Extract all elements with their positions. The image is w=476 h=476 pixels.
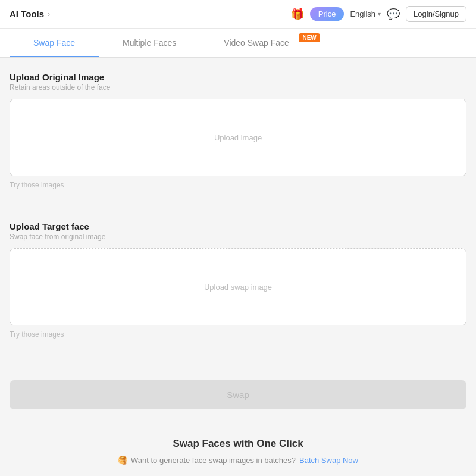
footer-subtitle: 🥞 Want to generate face swap images in b… [10, 456, 466, 465]
decorative-spacer-2 [10, 353, 466, 371]
tab-swap-face[interactable]: Swap Face [10, 29, 99, 57]
upload-original-title: Upload Original Image [10, 72, 466, 82]
upload-original-section: Upload Original Image Retain areas outsi… [10, 72, 466, 189]
swap-button[interactable]: Swap [10, 380, 466, 409]
new-badge: NEW [299, 33, 320, 42]
try-original-images[interactable]: Try those images [10, 181, 466, 189]
header: AI Tools › 🎁 Price English ▾ 💬 Login/Sig… [0, 0, 476, 29]
tab-multiple-faces-label: Multiple Faces [123, 38, 176, 48]
language-selector[interactable]: English ▾ [350, 10, 381, 18]
main-content: Upload Original Image Retain areas outsi… [0, 58, 476, 476]
upload-original-box[interactable]: Upload image [10, 99, 466, 176]
gift-icon: 🎁 [291, 8, 304, 21]
price-button[interactable]: Price [310, 7, 345, 21]
upload-target-box[interactable]: Upload swap image [10, 248, 466, 325]
upload-target-subtitle: Swap face from original image [10, 233, 466, 241]
upload-target-label: Upload swap image [204, 283, 272, 292]
language-label: English [350, 10, 375, 18]
chat-icon[interactable]: 💬 [387, 8, 400, 21]
upload-target-title: Upload Target face [10, 221, 466, 231]
upload-original-subtitle: Retain areas outside of the face [10, 83, 466, 92]
footer-subtitle-text: Want to generate face swap images in bat… [131, 456, 296, 465]
tab-swap-face-label: Swap Face [33, 38, 75, 48]
login-button[interactable]: Login/Signup [406, 6, 466, 22]
header-arrow: › [48, 10, 50, 18]
tab-video-swap-face[interactable]: Video Swap Face NEW [200, 29, 317, 57]
stack-icon: 🥞 [118, 456, 127, 465]
tabs-container: Swap Face Multiple Faces Video Swap Face… [0, 29, 476, 58]
header-right: 🎁 Price English ▾ 💬 Login/Signup [291, 6, 466, 22]
tab-multiple-faces[interactable]: Multiple Faces [99, 29, 200, 57]
batch-swap-link[interactable]: Batch Swap Now [299, 456, 358, 465]
upload-original-label: Upload image [214, 133, 262, 142]
header-left: AI Tools › [10, 9, 50, 19]
upload-target-section: Upload Target face Swap face from origin… [10, 221, 466, 339]
footer-section: Swap Faces with One Click 🥞 Want to gene… [10, 428, 466, 469]
tab-video-swap-face-label: Video Swap Face [224, 38, 289, 48]
try-target-images[interactable]: Try those images [10, 330, 466, 339]
footer-title: Swap Faces with One Click [10, 438, 466, 450]
language-caret-icon: ▾ [378, 11, 381, 17]
decorative-spacer-1 [10, 203, 466, 221]
brand-name: AI Tools [10, 9, 44, 19]
